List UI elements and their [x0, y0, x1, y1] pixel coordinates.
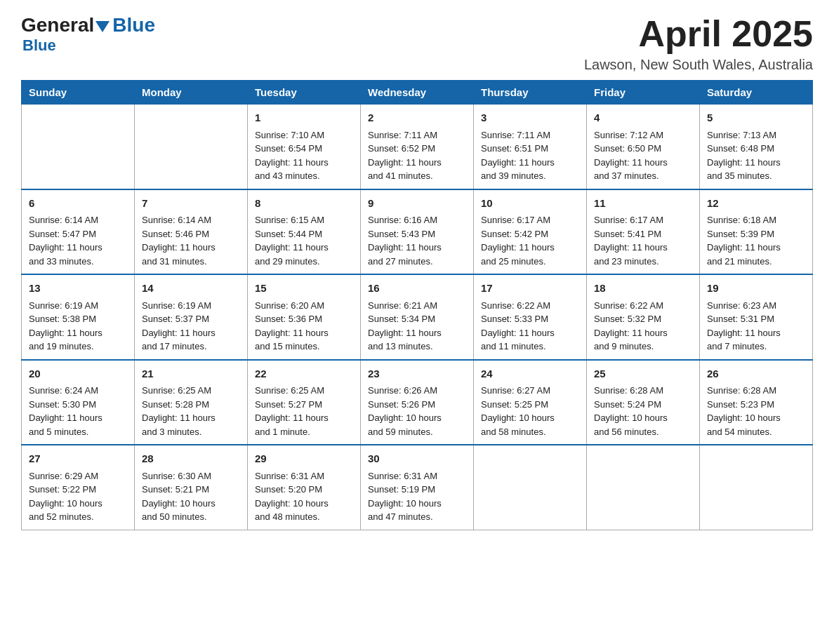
day-info: and 21 minutes. — [707, 255, 805, 269]
calendar-cell: 13Sunrise: 6:19 AMSunset: 5:38 PMDayligh… — [22, 274, 135, 360]
calendar-cell: 7Sunrise: 6:14 AMSunset: 5:46 PMDaylight… — [135, 189, 248, 275]
calendar-cell: 22Sunrise: 6:25 AMSunset: 5:27 PMDayligh… — [248, 360, 361, 445]
day-info: Daylight: 10 hours — [368, 411, 466, 425]
day-info: and 33 minutes. — [29, 255, 127, 269]
day-info: and 47 minutes. — [368, 510, 466, 524]
day-info: Sunrise: 6:22 AM — [481, 299, 579, 313]
day-info: Daylight: 11 hours — [142, 326, 240, 340]
day-info: Sunset: 5:31 PM — [707, 312, 805, 326]
day-number: 5 — [707, 110, 805, 126]
day-number: 15 — [255, 281, 353, 297]
calendar-cell — [474, 445, 587, 530]
day-info: Sunrise: 6:26 AM — [368, 384, 466, 398]
day-info: Sunset: 5:19 PM — [368, 483, 466, 497]
calendar-cell: 25Sunrise: 6:28 AMSunset: 5:24 PMDayligh… — [587, 360, 700, 445]
month-title: April 2025 — [584, 14, 813, 54]
day-info: Sunrise: 7:13 AM — [707, 128, 805, 142]
day-info: Sunset: 5:47 PM — [29, 227, 127, 241]
day-number: 27 — [29, 451, 127, 467]
calendar-cell: 14Sunrise: 6:19 AMSunset: 5:37 PMDayligh… — [135, 274, 248, 360]
day-info: Sunset: 6:54 PM — [255, 142, 353, 156]
day-info: Sunrise: 6:28 AM — [707, 384, 805, 398]
day-number: 8 — [255, 196, 353, 212]
calendar-header-monday: Monday — [135, 81, 248, 105]
day-info: Daylight: 10 hours — [368, 497, 466, 511]
header: General Blue Blue April 2025 Lawson, New… — [21, 14, 813, 73]
day-info: and 23 minutes. — [594, 255, 692, 269]
day-info: Sunrise: 6:16 AM — [368, 213, 466, 227]
calendar-header-saturday: Saturday — [700, 81, 813, 105]
calendar-cell: 23Sunrise: 6:26 AMSunset: 5:26 PMDayligh… — [361, 360, 474, 445]
day-info: and 3 minutes. — [142, 425, 240, 439]
day-info: Sunset: 5:44 PM — [255, 227, 353, 241]
day-info: Sunset: 5:34 PM — [368, 312, 466, 326]
calendar-week-row: 27Sunrise: 6:29 AMSunset: 5:22 PMDayligh… — [22, 445, 813, 530]
day-info: and 15 minutes. — [255, 340, 353, 354]
day-number: 14 — [142, 281, 240, 297]
day-info: and 1 minute. — [255, 425, 353, 439]
day-info: Daylight: 11 hours — [707, 326, 805, 340]
day-number: 26 — [707, 366, 805, 382]
day-info: and 9 minutes. — [594, 340, 692, 354]
calendar-cell: 5Sunrise: 7:13 AMSunset: 6:48 PMDaylight… — [700, 105, 813, 189]
day-info: and 37 minutes. — [594, 169, 692, 183]
day-info: Sunrise: 6:31 AM — [255, 469, 353, 483]
day-info: and 19 minutes. — [29, 340, 127, 354]
day-number: 4 — [594, 110, 692, 126]
day-info: Sunrise: 6:17 AM — [594, 213, 692, 227]
logo-general-text: General — [21, 14, 94, 36]
day-info: Sunset: 5:38 PM — [29, 312, 127, 326]
day-info: Sunrise: 7:12 AM — [594, 128, 692, 142]
day-info: Sunrise: 6:18 AM — [707, 213, 805, 227]
calendar-cell: 15Sunrise: 6:20 AMSunset: 5:36 PMDayligh… — [248, 274, 361, 360]
day-info: and 54 minutes. — [707, 425, 805, 439]
day-info: Sunrise: 6:27 AM — [481, 384, 579, 398]
day-info: Daylight: 11 hours — [481, 326, 579, 340]
day-info: Sunrise: 6:24 AM — [29, 384, 127, 398]
day-info: Sunset: 6:48 PM — [707, 142, 805, 156]
day-info: Sunset: 6:50 PM — [594, 142, 692, 156]
day-info: Daylight: 11 hours — [29, 241, 127, 255]
calendar-cell: 16Sunrise: 6:21 AMSunset: 5:34 PMDayligh… — [361, 274, 474, 360]
calendar-cell: 3Sunrise: 7:11 AMSunset: 6:51 PMDaylight… — [474, 105, 587, 189]
day-info: Sunrise: 7:10 AM — [255, 128, 353, 142]
day-info: Sunrise: 6:28 AM — [594, 384, 692, 398]
calendar-cell: 10Sunrise: 6:17 AMSunset: 5:42 PMDayligh… — [474, 189, 587, 275]
day-number: 6 — [29, 196, 127, 212]
day-info: Daylight: 10 hours — [481, 411, 579, 425]
day-info: Daylight: 11 hours — [368, 156, 466, 170]
day-info: Sunrise: 6:17 AM — [481, 213, 579, 227]
calendar-cell: 30Sunrise: 6:31 AMSunset: 5:19 PMDayligh… — [361, 445, 474, 530]
day-info: and 59 minutes. — [368, 425, 466, 439]
calendar-cell: 12Sunrise: 6:18 AMSunset: 5:39 PMDayligh… — [700, 189, 813, 275]
day-number: 22 — [255, 366, 353, 382]
calendar-header-wednesday: Wednesday — [361, 81, 474, 105]
day-number: 2 — [368, 110, 466, 126]
day-info: and 58 minutes. — [481, 425, 579, 439]
day-info: Sunset: 5:22 PM — [29, 483, 127, 497]
calendar-cell — [135, 105, 248, 189]
day-info: Sunset: 5:27 PM — [255, 398, 353, 412]
day-info: Sunset: 5:25 PM — [481, 398, 579, 412]
day-info: Daylight: 11 hours — [481, 241, 579, 255]
day-info: Sunrise: 7:11 AM — [368, 128, 466, 142]
day-number: 18 — [594, 281, 692, 297]
calendar-table: SundayMondayTuesdayWednesdayThursdayFrid… — [21, 80, 813, 530]
calendar-week-row: 20Sunrise: 6:24 AMSunset: 5:30 PMDayligh… — [22, 360, 813, 445]
day-info: Sunrise: 7:11 AM — [481, 128, 579, 142]
day-info: Sunset: 5:20 PM — [255, 483, 353, 497]
day-info: Sunset: 5:46 PM — [142, 227, 240, 241]
calendar-cell: 1Sunrise: 7:10 AMSunset: 6:54 PMDaylight… — [248, 105, 361, 189]
day-info: Daylight: 11 hours — [29, 411, 127, 425]
day-info: Daylight: 11 hours — [594, 326, 692, 340]
logo-sub: Blue — [22, 36, 56, 55]
day-info: Daylight: 10 hours — [255, 497, 353, 511]
day-info: Daylight: 11 hours — [594, 156, 692, 170]
day-number: 19 — [707, 281, 805, 297]
day-info: Sunset: 5:24 PM — [594, 398, 692, 412]
day-number: 1 — [255, 110, 353, 126]
day-info: Sunrise: 6:22 AM — [594, 299, 692, 313]
day-info: Sunrise: 6:21 AM — [368, 299, 466, 313]
calendar-cell: 21Sunrise: 6:25 AMSunset: 5:28 PMDayligh… — [135, 360, 248, 445]
day-info: Daylight: 11 hours — [368, 326, 466, 340]
